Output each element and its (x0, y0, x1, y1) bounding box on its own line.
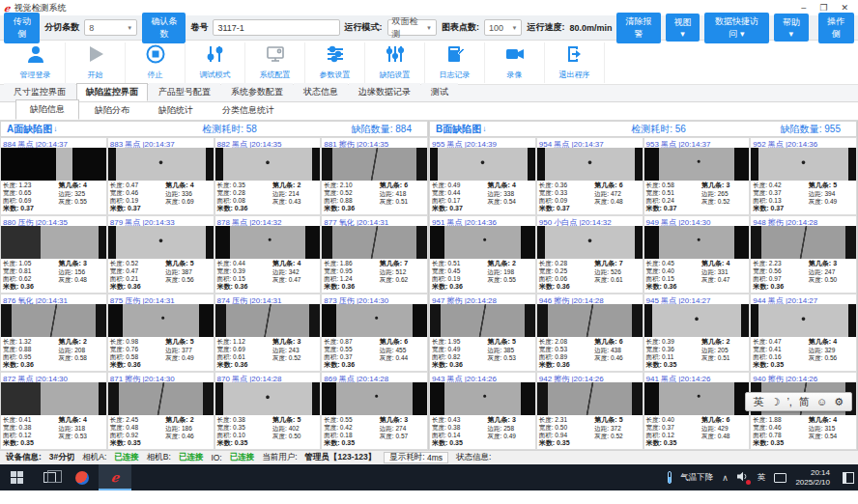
ime-tray-lang[interactable]: 英 (758, 472, 766, 484)
toolbar-button-7[interactable]: 缺陷设置 (365, 42, 425, 83)
defect-image[interactable] (108, 304, 214, 337)
defect-image[interactable] (322, 382, 427, 415)
main-tab-3[interactable]: 产品型号配置 (149, 83, 220, 101)
defect-cell-943[interactable]: 943 黑点 |20:14:26长度: 0.43宽度: 0.38面积: 0.14… (429, 372, 536, 450)
sub-tab-3[interactable]: 缺陷统计 (145, 101, 207, 120)
defect-image[interactable] (108, 148, 214, 181)
clear-alarm-button[interactable]: 清除报警 (616, 13, 660, 43)
sub-tab-1[interactable]: 缺陷信息 (15, 99, 79, 120)
toolbar-button-1[interactable]: 管理登录 (6, 42, 66, 83)
start-button[interactable] (0, 464, 33, 490)
strips-count-select[interactable]: 8▼ (84, 19, 137, 36)
sub-tab-4[interactable]: 分类信息统计 (209, 101, 288, 120)
close-button[interactable]: ✕ (841, 3, 848, 13)
defect-image[interactable] (215, 382, 321, 415)
defect-cell-869[interactable]: 869 黑点 |20:14:28长度: 0.55宽度: 0.42面积: 0.18… (321, 372, 428, 450)
defect-image[interactable] (644, 226, 750, 259)
drive-side-button[interactable]: 传动侧 (4, 13, 40, 43)
defect-image[interactable] (1, 304, 106, 337)
task-view-button[interactable] (33, 464, 66, 490)
defect-image[interactable] (430, 226, 535, 259)
taskbar-app-browser[interactable] (66, 464, 99, 490)
operate-side-button[interactable]: 操作侧 (818, 13, 854, 43)
main-tab-7[interactable]: 测试 (421, 83, 458, 101)
defect-image[interactable] (322, 148, 427, 181)
defect-image[interactable] (537, 148, 643, 181)
defect-image[interactable] (430, 148, 535, 181)
defect-image[interactable] (644, 382, 750, 415)
defect-cell-878[interactable]: 878 黑点 |20:14:32长度: 0.44宽度: 0.39面积: 0.15… (214, 215, 322, 294)
defect-image[interactable] (644, 148, 750, 181)
main-tab-4[interactable]: 系统参数配置 (221, 83, 293, 101)
defect-cell-941[interactable]: 941 黑点 |20:14:26长度: 0.40宽度: 0.37面积: 0.12… (644, 372, 751, 450)
toolbar-button-4[interactable]: 调试模式 (186, 42, 245, 83)
taskbar-clock[interactable]: 20:14 2025/2/10 (795, 468, 830, 487)
defect-cell-879[interactable]: 879 黑点 |20:14:33长度: 0.52宽度: 0.47面积: 0.21… (107, 215, 214, 294)
defect-cell-872[interactable]: 872 黑点 |20:14:30长度: 0.41宽度: 0.38面积: 0.12… (0, 372, 107, 450)
ime-toolbar[interactable]: 英 ☽ ’, 简 ☺ ⚙ (745, 392, 852, 411)
defect-image[interactable] (1, 226, 106, 259)
ime-lang-toggle[interactable]: 英 (754, 395, 764, 409)
defect-cell-873[interactable]: 873 压伤 |20:14:30长度: 0.87宽度: 0.55面积: 0.37… (321, 294, 428, 372)
defect-cell-945[interactable]: 945 黑点 |20:14:27长度: 0.39宽度: 0.36面积: 0.11… (644, 294, 751, 372)
ime-emoji-icon[interactable]: ☺ (816, 396, 827, 407)
ime-simplified-toggle[interactable]: 简 (799, 395, 810, 409)
defect-cell-883[interactable]: 883 黑点 |20:14:37长度: 0.47宽度: 0.46面积: 0.19… (107, 137, 214, 215)
sort-down-icon[interactable]: ↓ (482, 125, 486, 133)
volume-icon[interactable] (737, 471, 749, 484)
defect-image[interactable] (537, 304, 643, 337)
defect-image[interactable] (108, 382, 214, 415)
defect-image[interactable] (430, 304, 535, 337)
defect-image[interactable] (1, 382, 106, 415)
defect-cell-950[interactable]: 950 小白点 |20:14:32长度: 0.28宽度: 0.25面积: 0.0… (536, 215, 644, 294)
defect-cell-876[interactable]: 876 氧化 |20:14:31长度: 1.32宽度: 0.88面积: 0.95… (0, 294, 107, 372)
defect-image[interactable] (537, 226, 643, 259)
defect-image[interactable] (751, 304, 856, 337)
defect-cell-948[interactable]: 948 擦伤 |20:14:28长度: 2.23宽度: 0.56面积: 0.97… (750, 215, 857, 294)
defect-cell-881[interactable]: 881 擦伤 |20:14:35长度: 2.10宽度: 0.52面积: 0.88… (321, 137, 428, 215)
defect-cell-870[interactable]: 870 黑点 |20:14:28长度: 0.38宽度: 0.35面积: 0.10… (214, 372, 322, 450)
main-tab-5[interactable]: 状态信息 (294, 83, 348, 101)
defect-image[interactable] (751, 148, 856, 181)
defect-cell-882[interactable]: 882 黑点 |20:14:35长度: 0.35宽度: 0.28面积: 0.08… (214, 137, 322, 215)
defect-cell-951[interactable]: 951 黑点 |20:14:36长度: 0.51宽度: 0.45面积: 0.19… (429, 215, 536, 294)
defect-image[interactable] (215, 226, 321, 259)
defect-image[interactable] (108, 226, 214, 259)
confirm-strips-button[interactable]: 确认条数 (142, 13, 186, 43)
maximize-button[interactable]: ❐ (819, 3, 827, 13)
defect-cell-954[interactable]: 954 黑点 |20:14:37长度: 0.36宽度: 0.33面积: 0.09… (536, 137, 644, 215)
ime-moon-icon[interactable]: ☽ (771, 396, 781, 408)
defect-cell-871[interactable]: 871 擦伤 |20:14:30长度: 2.45宽度: 0.48面积: 0.92… (107, 372, 214, 450)
toolbar-button-8[interactable]: 日志记录 (425, 42, 485, 83)
defect-cell-874[interactable]: 874 压伤 |20:14:31长度: 1.12宽度: 0.69面积: 0.61… (214, 294, 322, 372)
quick-access-menu-button[interactable]: 数据快捷访问 ▾ (704, 13, 769, 43)
ime-settings-gear-icon[interactable]: ⚙ (834, 396, 844, 408)
help-menu-button[interactable]: 帮助 ▾ (774, 14, 809, 42)
defect-cell-942[interactable]: 942 擦伤 |20:14:26长度: 2.31宽度: 0.50面积: 0.94… (536, 372, 644, 450)
defect-image[interactable] (322, 304, 427, 337)
defect-cell-953[interactable]: 953 黑点 |20:14:37长度: 0.58宽度: 0.51面积: 0.24… (644, 137, 751, 215)
run-mode-select[interactable]: 双面检测▼ (387, 19, 438, 36)
defect-image[interactable] (1, 148, 106, 181)
defect-cell-949[interactable]: 949 黑点 |20:14:30长度: 0.45宽度: 0.40面积: 0.15… (644, 215, 751, 294)
thermometer-icon[interactable] (668, 471, 672, 484)
toolbar-button-9[interactable]: 录像 (485, 42, 545, 83)
tray-expand-chevron-icon[interactable]: ∧ (722, 473, 729, 483)
sub-tab-2[interactable]: 缺陷分布 (81, 101, 143, 120)
minimize-button[interactable]: – (801, 3, 806, 13)
view-menu-button[interactable]: 视图 ▾ (666, 14, 701, 42)
defect-cell-952[interactable]: 952 黑点 |20:14:36长度: 0.42宽度: 0.37面积: 0.13… (750, 137, 857, 215)
sort-down-icon[interactable]: ↓ (53, 125, 57, 133)
defect-cell-877[interactable]: 877 氧化 |20:14:31长度: 1.86宽度: 0.95面积: 1.24… (321, 215, 428, 294)
taskbar-app-vision-system[interactable]: ℯ (99, 464, 131, 490)
toolbar-button-5[interactable]: 系统配置 (245, 42, 305, 83)
defect-cell-947[interactable]: 947 擦伤 |20:14:28长度: 1.95宽度: 0.49面积: 0.82… (429, 294, 536, 372)
defect-cell-875[interactable]: 875 压伤 |20:14:31长度: 0.98宽度: 0.76面积: 0.58… (107, 294, 214, 372)
defect-cell-955[interactable]: 955 黑点 |20:14:39长度: 0.49宽度: 0.44面积: 0.17… (429, 137, 536, 215)
weather-text[interactable]: 气温下降 (680, 472, 713, 484)
main-tab-2[interactable]: 缺陷监控界面 (76, 83, 148, 101)
defect-cell-880[interactable]: 880 压伤 |20:14:35长度: 1.05宽度: 0.81面积: 0.62… (0, 215, 107, 294)
toolbar-button-6[interactable]: 参数设置 (305, 42, 365, 83)
defect-image[interactable] (215, 304, 321, 337)
touch-keyboard-icon[interactable] (774, 473, 786, 483)
